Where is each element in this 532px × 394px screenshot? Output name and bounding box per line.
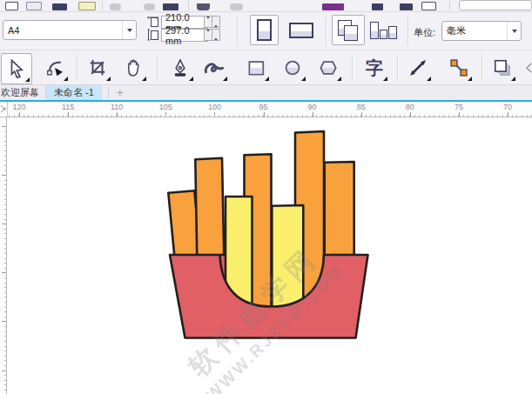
ruler-label: 95 (259, 103, 267, 111)
tab-welcome-label: 欢迎屏幕 (1, 86, 39, 99)
snapshot-icon[interactable] (372, 3, 383, 10)
pan-tool[interactable] (118, 53, 148, 83)
import-icon[interactable] (78, 2, 96, 10)
page-width-icon (147, 16, 159, 28)
undo-disabled-icon[interactable] (110, 3, 121, 10)
save-icon[interactable] (52, 3, 67, 10)
chevron-down-icon[interactable] (507, 22, 521, 40)
ruler-label: 75 (455, 103, 463, 111)
polygon-tool[interactable] (313, 53, 343, 83)
hand-icon (124, 58, 143, 77)
coreldraw-window: { "top_toolbar": { "icons": [ {"name":"n… (0, 0, 532, 394)
landscape-orientation-button[interactable] (284, 15, 317, 43)
application-launcher-icon[interactable] (322, 3, 344, 10)
page-height-field[interactable]: 297.0 mm (161, 29, 208, 42)
portrait-orientation-button[interactable] (250, 15, 279, 45)
rectangle-icon (246, 58, 266, 77)
ruler-label: 90 (308, 103, 317, 111)
tab-welcome-screen[interactable]: 欢迎屏幕 (0, 85, 47, 100)
text-tool-glyph: 字 (366, 59, 383, 77)
all-pages-same-size-button[interactable] (332, 15, 365, 45)
page-height-value: 297.0 mm (165, 25, 207, 46)
crop-icon (88, 58, 107, 77)
ellipse-icon (283, 58, 302, 77)
pick-tool[interactable] (1, 53, 32, 84)
swirl-icon (204, 58, 225, 77)
toolbar-separator (188, 1, 189, 10)
ruler-label: 105 (159, 103, 172, 111)
open-icon[interactable] (26, 2, 42, 10)
french-fries-drawing[interactable] (0, 117, 532, 394)
ruler-label: 100 (208, 103, 221, 111)
page-height-spinner[interactable] (205, 29, 220, 41)
crop-tool[interactable] (83, 53, 112, 83)
plus-icon: + (117, 86, 124, 99)
page-size-preset-dropdown[interactable]: A4 (3, 20, 137, 40)
pen-tool[interactable] (165, 53, 195, 83)
connector-icon (449, 58, 468, 77)
spinner-up-icon[interactable] (212, 29, 220, 41)
dimension-tool[interactable] (403, 53, 433, 83)
ruler-label: 85 (357, 103, 366, 111)
ruler-label: 110 (111, 103, 123, 111)
chevron-down-icon[interactable] (122, 21, 136, 39)
drop-shadow-tool[interactable] (488, 53, 517, 83)
shape-edit-icon (45, 58, 64, 77)
fry-back-right[interactable] (325, 162, 354, 257)
portrait-icon (257, 19, 272, 41)
drawing-canvas[interactable]: 软件自学网 WWW.RJZXW.COM (7, 117, 532, 394)
ruler-label: 70 (503, 103, 512, 111)
flyout-chevron-icon[interactable] (523, 53, 532, 83)
different-page-sizes-button[interactable] (366, 15, 399, 43)
redo-disabled-icon[interactable] (230, 3, 243, 10)
cut-disabled-icon[interactable] (144, 3, 155, 10)
smart-drawing-tool[interactable] (199, 53, 229, 83)
new-document-icon[interactable] (5, 2, 18, 10)
units-label: 单位: (414, 26, 435, 39)
ruler-origin-icon[interactable] (0, 102, 8, 117)
dimension-arrow-icon (408, 58, 428, 77)
page-size-preset-value: A4 (3, 25, 122, 36)
toolbar-separator (102, 1, 103, 10)
ellipse-tool[interactable] (278, 53, 307, 83)
toolbar-separator (449, 1, 450, 10)
ruler-label: 120 (12, 103, 25, 111)
pick-arrow-icon (7, 59, 26, 78)
copy-icon[interactable] (163, 3, 178, 10)
horizontal-ruler[interactable]: 120115110105100959085807570 (0, 102, 532, 117)
tab-document-untitled[interactable]: 未命名 -1 (46, 85, 102, 100)
polygon-icon (318, 58, 339, 77)
text-tool[interactable]: 字 (360, 53, 389, 83)
floppy-icon[interactable] (400, 3, 413, 10)
document-tab-bar: 欢迎屏幕 未命名 -1 + (0, 85, 532, 100)
ruler-label: 80 (406, 103, 414, 111)
search-input[interactable] (459, 0, 532, 10)
undo-icon[interactable] (197, 3, 210, 10)
rectangle-tool[interactable] (241, 53, 271, 83)
units-value: 毫米 (442, 24, 507, 37)
connector-tool[interactable] (444, 53, 474, 83)
fry-yellow-right[interactable] (272, 205, 303, 315)
tab-document-label: 未命名 -1 (54, 86, 94, 99)
page-sizes-icon (370, 22, 379, 39)
drop-shadow-icon (493, 58, 512, 77)
units-dropdown[interactable]: 毫米 (441, 21, 522, 41)
shape-tool[interactable] (40, 53, 70, 83)
pen-nib-icon (171, 58, 190, 77)
landscape-icon (289, 23, 313, 38)
fry-back-left2[interactable] (195, 158, 224, 257)
spinner-up-icon[interactable] (212, 16, 220, 28)
window-icon[interactable] (421, 2, 436, 10)
ruler-label: 115 (62, 103, 74, 111)
page-height-icon (147, 29, 159, 41)
property-bar: A4 210.0 mm 297.0 mm 单位: (0, 12, 532, 50)
new-tab-button[interactable]: + (111, 85, 129, 100)
standard-toolbar-cropped (0, 0, 532, 12)
